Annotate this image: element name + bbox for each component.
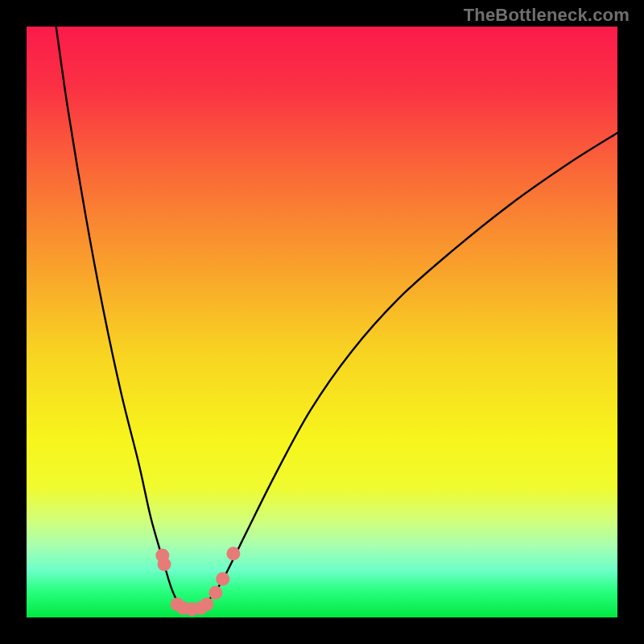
curve-marker (226, 547, 240, 560)
curve-marker (216, 572, 229, 586)
plot-area (27, 27, 617, 617)
curve-marker (200, 597, 213, 611)
chart-frame: TheBottleneck.com (0, 0, 644, 644)
bottleneck-curve (56, 27, 617, 612)
curve-marker (208, 586, 222, 600)
curve-layer (27, 27, 617, 617)
watermark-text: TheBottleneck.com (464, 5, 630, 26)
curve-marker (158, 557, 171, 571)
